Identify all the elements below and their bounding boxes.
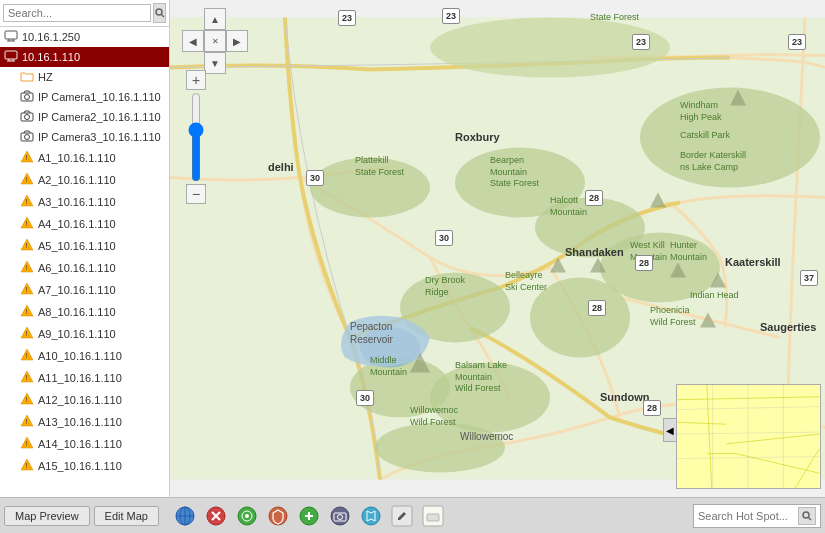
svg-point-98 [362,507,380,525]
tree-item-10.16.1.250[interactable]: 10.16.1.250 [0,27,169,47]
svg-text:!: ! [26,264,28,271]
hotspot-search-icon [802,511,812,521]
alarm-icon: ! [20,282,34,298]
zoom-in-button[interactable]: + [186,70,206,90]
search-button[interactable] [153,3,166,23]
tree-item-A4[interactable]: !A4_10.16.1.110 [0,213,169,235]
tree-item-label: A13_10.16.1.110 [38,416,122,428]
tree-item-A8[interactable]: !A8_10.16.1.110 [0,301,169,323]
tree-item-label: A9_10.16.1.110 [38,328,116,340]
tree-item-A3[interactable]: !A3_10.16.1.110 [0,191,169,213]
edit-map-button[interactable]: Edit Map [94,506,159,526]
svg-line-1 [161,15,164,18]
camera-icon [20,110,34,124]
alarm-icon: ! [20,414,34,430]
tree-item-label: IP Camera1_10.16.1.110 [38,91,161,103]
camera-icon[interactable] [326,502,354,530]
svg-point-56 [430,363,550,433]
tree-item-A15[interactable]: !A15_10.16.1.110 [0,455,169,477]
svg-point-50 [640,88,820,188]
camera-icon [20,90,34,104]
tree-item-label: A5_10.16.1.110 [38,240,116,252]
tree-item-A7[interactable]: !A7_10.16.1.110 [0,279,169,301]
tree-item-A5[interactable]: !A5_10.16.1.110 [0,235,169,257]
zoom-controls: + − [186,70,206,204]
tree-item-label: IP Camera2_10.16.1.110 [38,111,161,123]
alarm-icon: ! [20,304,34,320]
search-bar [0,0,169,27]
hotspot-search-input[interactable] [698,510,798,522]
alarm-icon: ! [20,260,34,276]
svg-text:!: ! [26,198,28,205]
svg-text:!: ! [26,220,28,227]
tree-item-A1[interactable]: !A1_10.16.1.110 [0,147,169,169]
svg-point-13 [25,115,30,120]
tree-item-IPCam1[interactable]: IP Camera1_10.16.1.110 [0,87,169,107]
tree-item-label: IP Camera3_10.16.1.110 [38,131,161,143]
svg-text:!: ! [26,440,28,447]
tree-item-A11[interactable]: !A11_10.16.1.110 [0,367,169,389]
svg-point-57 [375,423,505,473]
hotspot-search-button[interactable] [798,507,816,525]
alarm-icon: ! [20,326,34,342]
map-icon[interactable] [357,502,385,530]
bottom-bar: Map Preview Edit Map [0,497,825,533]
search-input[interactable] [3,4,151,22]
tree-item-A9[interactable]: !A9_10.16.1.110 [0,323,169,345]
x-icon[interactable] [202,502,230,530]
monitor-icon [4,30,18,44]
tree-item-A14[interactable]: !A14_10.16.1.110 [0,433,169,455]
nav-left-button[interactable]: ◀ [182,30,204,52]
svg-text:!: ! [26,242,28,249]
tree-item-IPCam2[interactable]: IP Camera2_10.16.1.110 [0,107,169,127]
alarm-icon: ! [20,172,34,188]
map-navigation: ▲ ◀ ✕ ▶ ▼ [182,8,248,74]
eraser-icon[interactable] [419,502,447,530]
svg-text:!: ! [26,286,28,293]
svg-rect-2 [5,31,17,39]
shield-icon[interactable] [264,502,292,530]
svg-point-48 [310,158,430,218]
alarm-icon: ! [20,348,34,364]
tree-item-label: A4_10.16.1.110 [38,218,116,230]
hotspot-search [693,504,821,528]
nav-crosshair-button[interactable]: ✕ [204,30,226,52]
alarm-icon: ! [20,150,34,166]
monitor-open-icon [4,50,18,64]
alarm-icon: ! [20,216,34,232]
tree-item-A6[interactable]: !A6_10.16.1.110 [0,257,169,279]
svg-text:!: ! [26,330,28,337]
tree-item-A13[interactable]: !A13_10.16.1.110 [0,411,169,433]
app-container: 10.16.1.25010.16.1.110HZIP Camera1_10.16… [0,0,825,533]
target-icon[interactable] [233,502,261,530]
svg-text:!: ! [26,462,28,469]
alarm-icon: ! [20,194,34,210]
tree-item-10.16.1.110[interactable]: 10.16.1.110 [0,47,169,67]
plus-circle-icon[interactable] [295,502,323,530]
nav-down-button[interactable]: ▼ [204,52,226,74]
tree-item-label: A6_10.16.1.110 [38,262,116,274]
map-area: State ForestRoxburyPlattekill State Fore… [170,0,825,497]
tree-item-A10[interactable]: !A10_10.16.1.110 [0,345,169,367]
svg-point-90 [245,514,249,518]
tree-item-A12[interactable]: !A12_10.16.1.110 [0,389,169,411]
svg-text:!: ! [26,374,28,381]
tree-item-HZ[interactable]: HZ [0,67,169,87]
toolbar-icons [171,502,447,530]
nav-up-button[interactable]: ▲ [204,8,226,30]
mini-map-toggle[interactable]: ◀ [663,418,677,442]
globe-icon[interactable] [171,502,199,530]
tree-item-label: A8_10.16.1.110 [38,306,116,318]
edit-icon[interactable] [388,502,416,530]
tree-item-label: A15_10.16.1.110 [38,460,122,472]
search-icon [155,8,165,18]
zoom-slider[interactable] [189,92,203,182]
tree-item-A2[interactable]: !A2_10.16.1.110 [0,169,169,191]
folder-icon [20,70,34,84]
zoom-out-button[interactable]: − [186,184,206,204]
tree-item-IPCam3[interactable]: IP Camera3_10.16.1.110 [0,127,169,147]
svg-text:!: ! [26,176,28,183]
map-preview-button[interactable]: Map Preview [4,506,90,526]
nav-right-button[interactable]: ▶ [226,30,248,52]
mini-map-svg [677,385,820,488]
